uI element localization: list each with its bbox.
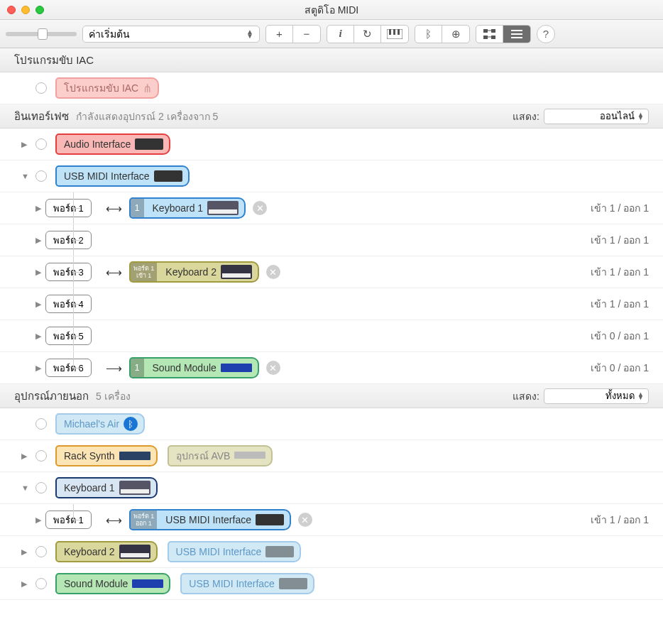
module-icon	[221, 364, 252, 372]
io-status: เข้า 1 / ออก 1	[591, 296, 649, 312]
enable-radio[interactable]	[35, 82, 47, 94]
remove-connection-button[interactable]: ✕	[266, 361, 280, 375]
port-6-badge[interactable]: พอร์ต 6	[45, 359, 92, 377]
show-filter-select[interactable]: ทั้งหมด ▲▼	[544, 388, 649, 404]
port-num-badge: 1	[131, 199, 144, 217]
sound-module-device[interactable]: 1 Sound Module	[129, 357, 259, 378]
list-view-button[interactable]	[503, 26, 530, 43]
keyboard-icon	[221, 265, 252, 279]
svg-rect-3	[398, 29, 400, 35]
disclosure-icon[interactable]: ▶	[35, 364, 44, 373]
list-icon	[511, 30, 522, 38]
port-5-row: ▶ พอร์ต 5 เข้า 0 / ออก 1	[0, 320, 663, 352]
disclosure-icon[interactable]: ▶	[21, 140, 30, 149]
add-button[interactable]: +	[266, 26, 293, 43]
keyboard-2-ext-device[interactable]: Keyboard 2	[55, 541, 158, 562]
device-label: Audio Interface	[64, 138, 131, 150]
port-4-row: ▶ พอร์ต 4 เข้า 1 / ออก 1	[0, 288, 663, 320]
show-value: ออนไลน์	[600, 109, 635, 124]
disclosure-icon[interactable]: ▶	[35, 515, 44, 525]
keyboard-icon	[207, 201, 239, 215]
device-label: USB MIDI Interface	[189, 578, 275, 589]
keyboard-1-ext-device[interactable]: Keyboard 1	[55, 477, 158, 498]
refresh-button[interactable]: ↻	[354, 26, 381, 43]
port-mini-badge: พอร์ต 1เข้า 1	[131, 263, 158, 281]
disclosure-icon[interactable]: ▶	[35, 332, 44, 341]
disclosure-icon[interactable]: ▶	[35, 268, 44, 277]
remove-connection-button[interactable]: ✕	[266, 265, 280, 279]
enable-radio[interactable]	[35, 450, 47, 462]
enable-radio[interactable]	[35, 170, 47, 182]
enable-radio[interactable]	[35, 482, 47, 493]
svg-rect-6	[483, 36, 488, 39]
rack-synth-device[interactable]: Rack Synth	[55, 445, 158, 466]
svg-rect-7	[491, 36, 495, 39]
keyboard-button[interactable]	[381, 26, 408, 43]
kb2-conn-device[interactable]: USB MIDI Interface	[168, 541, 302, 562]
disclosure-icon[interactable]: ▶	[21, 579, 30, 589]
disclosure-icon[interactable]: ▶	[35, 204, 44, 213]
remove-connection-button[interactable]: ✕	[253, 201, 267, 215]
keyboard-2-device[interactable]: พอร์ต 1เข้า 1 Keyboard 2	[129, 261, 259, 283]
help-button[interactable]: ?	[537, 25, 555, 43]
remove-button[interactable]: −	[293, 26, 320, 43]
module-icon	[132, 579, 163, 588]
sound-module-ext-device[interactable]: Sound Module	[55, 573, 170, 594]
enable-radio[interactable]	[35, 138, 47, 150]
section-iac-header: โปรแกรมขับ IAC	[0, 48, 663, 72]
usb-midi-interface-device[interactable]: USB MIDI Interface	[55, 165, 190, 187]
rack-icon	[135, 138, 163, 150]
port-5-badge[interactable]: พอร์ต 5	[45, 327, 92, 345]
keyboard-icon	[119, 545, 150, 559]
remove-connection-button[interactable]: ✕	[298, 513, 312, 527]
midi-icon: ⋔	[143, 82, 152, 95]
svg-rect-5	[491, 29, 495, 33]
keyboard-1-device[interactable]: 1 Keyboard 1	[129, 197, 246, 219]
enable-radio[interactable]	[35, 578, 47, 589]
preset-select[interactable]: ค่าเริ่มต้น ▲▼	[82, 26, 260, 43]
io-status: เข้า 1 / ออก 1	[591, 200, 649, 216]
info-button[interactable]: i	[327, 26, 354, 43]
disclosure-icon[interactable]: ▼	[21, 484, 30, 492]
show-filter-select[interactable]: ออนไลน์ ▲▼	[544, 109, 649, 124]
tree-view-button[interactable]	[476, 26, 503, 43]
port-3-badge[interactable]: พอร์ต 3	[45, 263, 92, 281]
zoom-thumb[interactable]	[38, 28, 48, 40]
section-interfaces-header: อินเทอร์เฟซ กำลังแสดงอุปกรณ์ 2 เครื่องจา…	[0, 104, 663, 129]
iac-device[interactable]: โปรแกรมขับ IAC ⋔	[55, 77, 159, 99]
disclosure-icon[interactable]: ▶	[35, 300, 44, 309]
port-1-badge[interactable]: พอร์ต 1	[45, 199, 92, 217]
enable-radio[interactable]	[35, 418, 47, 430]
sound-module-ext-row: ▶ Sound Module USB MIDI Interface	[0, 568, 663, 600]
audio-interface-device[interactable]: Audio Interface	[55, 133, 170, 155]
michaels-air-device[interactable]: Michael's Air ᛒ	[55, 413, 145, 435]
io-status: เข้า 1 / ออก 1	[591, 512, 649, 528]
disclosure-icon[interactable]: ▶	[35, 236, 44, 245]
port-2-badge[interactable]: พอร์ต 2	[45, 231, 92, 249]
kb1-port-1-badge[interactable]: พอร์ต 1	[45, 511, 92, 529]
disclosure-icon[interactable]: ▶	[21, 452, 30, 461]
disclosure-icon[interactable]: ▶	[21, 547, 30, 557]
svg-rect-2	[393, 29, 395, 35]
network-button[interactable]: ⊕	[442, 26, 469, 43]
section-interfaces-subtitle: กำลังแสดงอุปกรณ์ 2 เครื่องจาก 5	[76, 109, 218, 124]
usb-midi-conn-device[interactable]: พอร์ต 1ออก 1 USB MIDI Interface	[129, 509, 291, 530]
iac-row: โปรแกรมขับ IAC ⋔	[0, 72, 663, 104]
keyboard-2-ext-row: ▶ Keyboard 2 USB MIDI Interface	[0, 536, 663, 568]
zoom-slider[interactable]	[6, 32, 77, 36]
section-external-title: อุปกรณ์ภายนอก	[14, 388, 89, 405]
bluetooth-button[interactable]: ᛒ	[415, 26, 442, 43]
device-label: Keyboard 1	[64, 482, 115, 493]
svg-rect-17	[221, 364, 252, 372]
device-label: Keyboard 2	[64, 546, 115, 557]
port-4-badge[interactable]: พอร์ต 4	[45, 295, 92, 313]
sm-conn-device[interactable]: USB MIDI Interface	[180, 573, 314, 594]
svg-rect-4	[483, 29, 488, 33]
disclosure-icon[interactable]: ▼	[21, 172, 30, 180]
device-label: Michael's Air	[64, 418, 119, 430]
avb-device[interactable]: อุปกรณ์ AVB	[168, 445, 273, 466]
enable-radio[interactable]	[35, 546, 47, 557]
toolbar: ค่าเริ่มต้น ▲▼ + − i ↻ ᛒ ⊕ ?	[0, 20, 663, 48]
keyboard-1-ext-row: ▼ Keyboard 1	[0, 472, 663, 504]
rack-synth-row: ▶ Rack Synth อุปกรณ์ AVB	[0, 440, 663, 472]
